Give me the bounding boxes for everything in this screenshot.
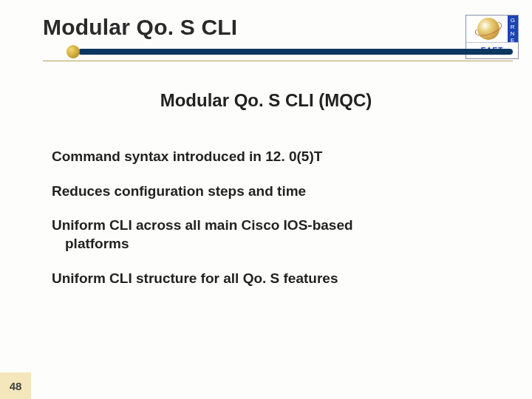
slide-subheading: Modular Qo. S CLI (MQC) [0,90,532,111]
slide: Modular Qo. S CLI GRNET ΕΔΕΤ Modular Qo.… [0,0,532,399]
bullet-item: Uniform CLI across all main Cisco IOS-ba… [52,216,480,253]
globe-icon [477,18,499,40]
bullet-item: Uniform CLI structure for all Qo. S feat… [52,270,480,288]
page-number: 48 [0,372,31,399]
body-content: Command syntax introduced in 12. 0(5)T R… [52,148,480,304]
title-row: Modular Qo. S CLI GRNET ΕΔΕΤ [43,15,519,66]
logo-side-text: GRNET [508,16,518,42]
bullet-line-cont: platforms [52,235,480,253]
accent-dot-icon [66,45,80,58]
title-underline [43,49,513,55]
bullet-line: Uniform CLI across all main Cisco IOS-ba… [52,217,353,233]
bullet-item: Command syntax introduced in 12. 0(5)T [52,148,480,166]
thick-rule [78,49,513,55]
bullet-item: Reduces configuration steps and time [52,183,480,201]
logo-top: GRNET [466,16,518,42]
slide-title: Modular Qo. S CLI [43,15,237,40]
thin-rule [43,61,513,61]
orbit-ring-icon [473,19,503,39]
